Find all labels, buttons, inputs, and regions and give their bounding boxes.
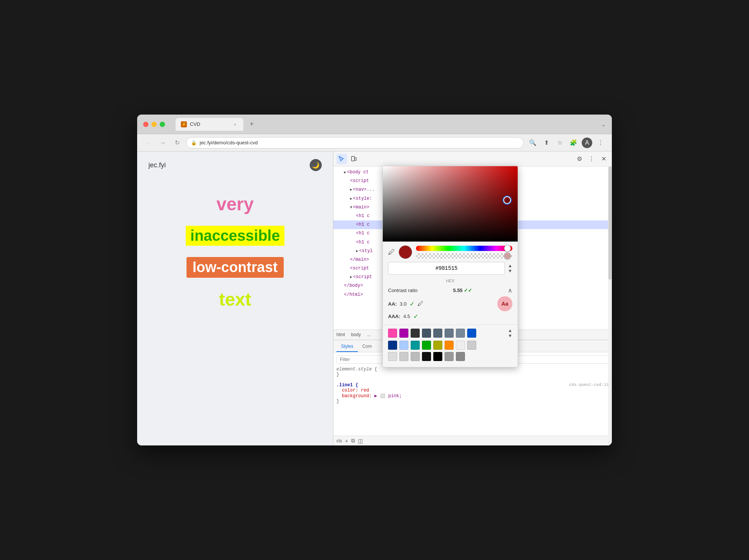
swatch-navy[interactable]: [388, 341, 397, 350]
aaa-check-icon: ✓: [413, 313, 418, 320]
search-icon-btn[interactable]: 🔍: [527, 138, 538, 148]
swatch-row-2: [388, 341, 512, 350]
swatch-pink[interactable]: [388, 329, 397, 338]
swatch-teal[interactable]: [411, 341, 420, 350]
swatch-purple[interactable]: [399, 329, 408, 338]
swatch-gray1[interactable]: [388, 352, 397, 361]
tab-computed[interactable]: Com: [358, 341, 376, 352]
devtools-scrollbar[interactable]: [608, 167, 612, 445]
device-toolbar-button[interactable]: [349, 154, 359, 164]
aaa-label: AAA:: [388, 314, 400, 319]
color-picker-controls: 🖊: [383, 242, 518, 287]
url-bar[interactable]: 🔒 jec.fyi/demo/cds-quest-cvd: [186, 137, 524, 148]
swatch-light1[interactable]: [456, 341, 465, 350]
swatch-midgray1[interactable]: [445, 352, 454, 361]
inspect-element-button[interactable]: [336, 154, 347, 164]
swatch-orange[interactable]: [445, 341, 454, 350]
devtools-close-button[interactable]: ✕: [598, 154, 609, 164]
swatch-dark2[interactable]: [422, 329, 431, 338]
swatch-gray3[interactable]: [411, 352, 420, 361]
scrollbar-thumb[interactable]: [608, 167, 611, 280]
more-icon-btn[interactable]: ⋮: [595, 138, 606, 148]
maximize-traffic-light[interactable]: [160, 122, 165, 127]
tab-menu-button[interactable]: ⌄: [601, 121, 606, 127]
minimize-traffic-light[interactable]: [151, 122, 157, 127]
new-tab-button[interactable]: +: [246, 119, 257, 130]
address-bar: ← → ↻ 🔒 jec.fyi/demo/cds-quest-cvd 🔍 ⬆ ☆…: [137, 134, 612, 151]
site-header: jec.fyi 🌙: [148, 159, 322, 175]
contrast-ratio-label: Contrast ratio: [388, 288, 417, 293]
swatch-lightblue[interactable]: [399, 341, 408, 350]
eyedropper-icon[interactable]: 🖊: [388, 248, 395, 256]
word-inaccessible: inaccessible: [186, 226, 284, 246]
devtools-more-button[interactable]: ⋮: [586, 154, 597, 164]
swatch-gray2[interactable]: [399, 352, 408, 361]
contrast-collapse-button[interactable]: ∧: [508, 287, 512, 294]
devtools-settings-button[interactable]: ⚙: [574, 154, 585, 164]
swatch-blue[interactable]: [467, 329, 476, 338]
svg-rect-0: [352, 156, 355, 161]
swatch-black[interactable]: [433, 352, 442, 361]
cls-button[interactable]: cls: [336, 438, 342, 444]
reload-icon: ↻: [175, 139, 180, 146]
back-icon: ←: [145, 139, 151, 146]
hex-input[interactable]: [388, 262, 505, 275]
toggle-panel-button[interactable]: ◫: [358, 438, 363, 444]
breadcrumb-dots: ...: [367, 332, 371, 337]
url-text: jec.fyi/demo/cds-quest-cvd: [200, 140, 519, 145]
aa-label: AA:: [388, 301, 397, 307]
swatch-light2[interactable]: [467, 341, 476, 350]
css-rule-line1: .line1 { cds-quest-cvd:11 color: red bac…: [336, 383, 609, 404]
close-traffic-light[interactable]: [143, 122, 148, 127]
browser-content: jec.fyi 🌙 very inaccessible low-contrast…: [137, 151, 612, 445]
eyedropper-contrast-icon[interactable]: 🖊: [417, 300, 423, 307]
reload-button[interactable]: ↻: [172, 138, 182, 148]
swatch-mid2[interactable]: [456, 329, 465, 338]
browser-tab[interactable]: ⚡ CVD ×: [176, 118, 243, 131]
word-text: text: [219, 289, 251, 310]
hex-input-row: ▲ ▼: [388, 262, 512, 275]
hex-increment-buttons[interactable]: ▲ ▼: [508, 263, 512, 274]
extensions-icon-btn[interactable]: 🧩: [568, 138, 579, 148]
swatch-olive[interactable]: [433, 341, 442, 350]
site-title: jec.fyi: [148, 161, 166, 169]
copy-styles-button[interactable]: ⧉: [351, 438, 355, 444]
forward-icon: →: [160, 139, 166, 146]
breadcrumb-body[interactable]: body: [351, 332, 361, 337]
bookmark-icon-btn[interactable]: ☆: [555, 138, 565, 148]
swatch-dark3[interactable]: [433, 329, 442, 338]
breadcrumb-html[interactable]: html: [336, 332, 345, 337]
back-button[interactable]: ←: [143, 138, 154, 148]
swatch-dark1[interactable]: [411, 329, 420, 338]
devtools-panel: ⚙ ⋮ ✕ ▶<body ct <script ▶<nav>... ▶<styl…: [333, 151, 612, 445]
alpha-slider-handle[interactable]: [504, 252, 511, 259]
swatch-midgray2[interactable]: [456, 352, 465, 361]
hue-slider-handle[interactable]: [504, 245, 511, 252]
css-element-style: element.style { }: [336, 367, 609, 377]
swatch-mid1[interactable]: [445, 329, 454, 338]
tab-styles[interactable]: Styles: [336, 341, 358, 352]
hex-label: HEX: [388, 278, 512, 283]
aaa-row: AAA: 4.5 ✓: [388, 313, 512, 320]
toolbar-icons: 🔍 ⬆ ☆ 🧩 A ⋮: [527, 138, 606, 148]
profile-icon-btn[interactable]: A: [582, 138, 592, 148]
aa-value: 3.0: [400, 301, 407, 307]
forward-button[interactable]: →: [157, 138, 168, 148]
tab-favicon: ⚡: [181, 121, 187, 127]
share-icon-btn[interactable]: ⬆: [541, 138, 552, 148]
alpha-slider[interactable]: [416, 253, 512, 259]
contrast-check-icon: ✓✓: [464, 288, 472, 293]
css-source-link[interactable]: cds-quest-cvd:11: [569, 383, 609, 387]
color-gradient-canvas[interactable]: [383, 166, 518, 242]
tab-close-button[interactable]: ×: [232, 121, 238, 127]
add-style-button[interactable]: +: [345, 438, 348, 444]
color-picker-handle[interactable]: [503, 196, 511, 204]
devtools-toolbar: ⚙ ⋮ ✕: [333, 151, 612, 167]
color-swatch[interactable]: [399, 245, 412, 259]
swatch-nearblack[interactable]: [422, 352, 431, 361]
swatch-scroll-buttons[interactable]: ▲▼: [508, 328, 512, 338]
dark-mode-button[interactable]: 🌙: [310, 159, 322, 171]
aaa-value: 4.5: [404, 314, 410, 319]
hue-slider[interactable]: [416, 246, 512, 251]
swatch-green[interactable]: [422, 341, 431, 350]
